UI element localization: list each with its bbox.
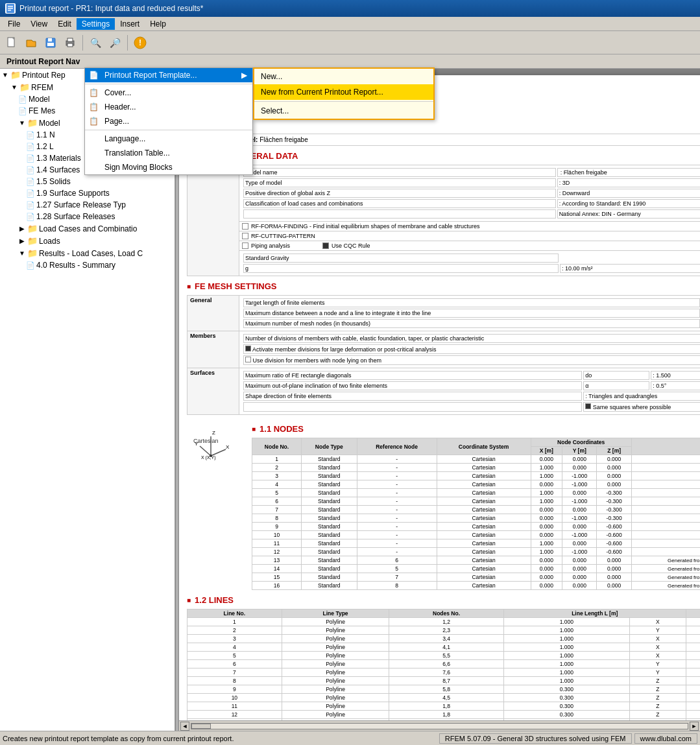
tree-1-2-label: 1.2 L (36, 142, 54, 151)
printout-template-submenu[interactable]: New... New from Current Printout Report.… (253, 67, 435, 120)
nodes-diagram: Cartesian X Y Z X (X,Y) (187, 420, 239, 464)
svg-rect-7 (48, 38, 52, 41)
tree-surface-supports[interactable]: 📄 1.9 Surface Supports (0, 187, 175, 199)
lines-section: 1.2 LINES Line No. Line Type Nodes No. L… (187, 595, 700, 731)
settings-dropdown[interactable]: 📄 Printout Report Template... ▶ 📋 Cover.… (84, 67, 253, 175)
submenu-arrow: ▶ (241, 71, 247, 80)
fe-mesh-table: General Target length of finite elements… (187, 295, 700, 415)
svg-text:X: X (226, 444, 230, 450)
menu-sep-2 (85, 130, 252, 130)
tree-model-label: Model (29, 95, 50, 104)
menu-insert[interactable]: Insert (115, 18, 145, 30)
h-scrollbar[interactable]: ◄ ► (179, 720, 700, 731)
tree-fe-mesh-label: FE Mes (29, 106, 55, 115)
menu-sign-blocks[interactable]: Sign Moving Blocks (85, 160, 252, 174)
menu-translation[interactable]: Translation Table... (85, 146, 252, 160)
svg-rect-2 (8, 8, 13, 9)
status-bar: Creates new printout report template as … (0, 731, 700, 745)
tree-solids-label: 1.5 Solids (36, 177, 71, 186)
svg-text:!: ! (139, 38, 141, 47)
svg-text:X (X,Y): X (X,Y) (201, 455, 216, 460)
toolbar-new-btn[interactable] (3, 34, 21, 52)
toolbar-save-btn[interactable] (42, 34, 60, 52)
svg-rect-1 (8, 6, 13, 7)
tree-solids[interactable]: 📄 1.5 Solids (0, 176, 175, 187)
tree-results[interactable]: ▼ 📁 Results - Load Cases, Load C (0, 247, 175, 259)
nodes-title: 1.1 NODES (252, 424, 700, 434)
scroll-right-btn[interactable]: ► (690, 722, 699, 731)
scroll-track[interactable] (191, 723, 688, 729)
language-label: Language... (104, 134, 145, 143)
nodes-section: Cartesian X Y Z X (X,Y) 1.1 NODES (187, 420, 700, 590)
svg-text:Z: Z (212, 430, 215, 436)
content-area: ABC Engineering 123 Main Street Anytown,… (179, 69, 700, 731)
svg-rect-8 (47, 43, 54, 46)
tree-surfaces-label: 1.4 Surfaces (36, 165, 80, 174)
svg-rect-10 (67, 38, 73, 41)
scroll-thumb[interactable] (191, 724, 211, 729)
menu-printout-template[interactable]: 📄 Printout Report Template... ▶ (85, 68, 252, 82)
lines-title: 1.2 LINES (187, 595, 700, 605)
expand-icon: ▼ (1, 71, 9, 79)
toolbar-print-btn[interactable] (61, 34, 79, 52)
menu-edit[interactable]: Edit (53, 18, 77, 30)
title-bar: Printout report - PR1: Input data and re… (0, 0, 700, 17)
scroll-left-btn[interactable]: ◄ (180, 722, 189, 731)
submenu-sep (254, 101, 433, 102)
menu-page[interactable]: 📋 Page... (85, 114, 252, 128)
header-label: Header... (104, 102, 136, 112)
toolbar-open-btn[interactable] (22, 34, 40, 52)
header-icon: 📋 (89, 102, 99, 112)
submenu-new[interactable]: New... (254, 69, 433, 84)
sign-blocks-label: Sign Moving Blocks (104, 163, 173, 172)
menu-header[interactable]: 📋 Header... (85, 100, 252, 114)
tree-loads[interactable]: ▶ 📁 Loads (0, 235, 175, 247)
cover-icon: 📋 (89, 88, 99, 97)
tree-surface-supports-label: 1.9 Surface Supports (36, 189, 110, 198)
nav-label: Printout Report Nav (3, 57, 84, 66)
tree-results-label: Results - Load Cases, Load C (39, 249, 143, 258)
app-icon (5, 3, 16, 14)
tree-rfem-label: RFEM (31, 83, 53, 92)
tree-surface-releases-label: 1.28 Surface Releases (36, 212, 115, 221)
tree-root-label: Printout Rep (22, 71, 66, 80)
model-general-section: MODEL - GENERAL DATA General Model name:… (187, 151, 700, 276)
toolbar: 🔍 🔎 ! (0, 31, 700, 54)
toolbar-zoom-in-btn[interactable]: 🔍 (86, 34, 104, 52)
toolbar-extra-btn[interactable]: ! (131, 34, 149, 52)
menu-sep-1 (85, 84, 252, 84)
tree-loads-label: Loads (39, 237, 60, 246)
toolbar-sep-1 (82, 35, 83, 51)
tree-results-summary[interactable]: 📄 4.0 Results - Summary (0, 259, 175, 271)
menu-view[interactable]: View (25, 18, 53, 30)
nav-bar: Printout Report Nav (0, 54, 700, 69)
project-line: Project: Model: Flächen freigabe Date: 0… (179, 134, 700, 146)
tree-results-summary-label: 4.0 Results - Summary (36, 261, 115, 270)
tree-model-folder-label: Model (39, 119, 60, 128)
svg-text:Y: Y (195, 441, 199, 447)
printout-template-label: Printout Report Template... (104, 71, 197, 80)
tree-1-1-label: 1.1 N (36, 130, 55, 139)
model-general-title: MODEL - GENERAL DATA (187, 151, 700, 161)
model-general-table: General Model name: Flächen freigabe Typ… (187, 165, 700, 276)
menu-file[interactable]: File (3, 18, 25, 30)
tree-release-types[interactable]: 📄 1.27 Surface Release Typ (0, 199, 175, 211)
submenu-new-from-current[interactable]: New from Current Printout Report... (254, 84, 433, 100)
menu-cover[interactable]: 📋 Cover... (85, 86, 252, 100)
toolbar-zoom-out-btn[interactable]: 🔎 (106, 34, 124, 52)
tree-load-cases-label: Load Cases and Combinatio (39, 224, 137, 233)
status-right: RFEM 5.07.09 - General 3D structures sol… (439, 733, 632, 744)
tree-materials-label: 1.3 Materials (36, 154, 81, 163)
svg-point-32 (210, 455, 212, 457)
svg-rect-11 (67, 43, 73, 47)
tree-release-types-label: 1.27 Surface Release Typ (36, 200, 126, 209)
tree-surface-releases[interactable]: 📄 1.28 Surface Releases (0, 211, 175, 222)
menu-help[interactable]: Help (145, 18, 171, 30)
template-icon: 📄 (89, 71, 99, 80)
menu-settings[interactable]: Settings (77, 18, 115, 30)
tree-load-cases[interactable]: ▶ 📁 Load Cases and Combinatio (0, 222, 175, 235)
submenu-select[interactable]: Select... (254, 103, 433, 119)
status-left: Creates new printout report template as … (3, 735, 439, 742)
menu-language[interactable]: Language... (85, 132, 252, 146)
nodes-table: Node No. Node Type Reference Node Coordi… (252, 438, 700, 590)
